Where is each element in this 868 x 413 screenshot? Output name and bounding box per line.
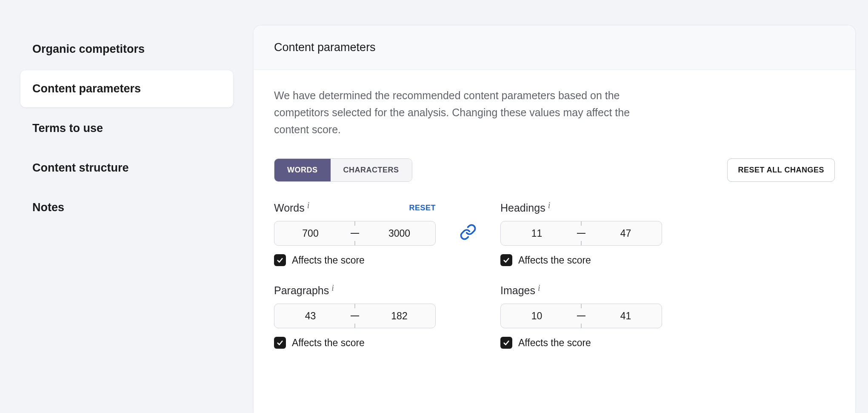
sidebar: Organic competitors Content parameters T… bbox=[0, 0, 254, 413]
words-range-input bbox=[274, 221, 436, 246]
params-toolbar: WORDS CHARACTERS RESET ALL CHANGES bbox=[274, 158, 835, 182]
unit-segmented-control: WORDS CHARACTERS bbox=[274, 158, 412, 182]
words-affects-checkbox[interactable] bbox=[274, 254, 286, 266]
params-row-2: Paragraphs i Affects the score bbox=[274, 283, 835, 349]
images-affects-label: Affects the score bbox=[518, 337, 591, 349]
reset-all-button[interactable]: RESET ALL CHANGES bbox=[727, 158, 835, 182]
range-divider bbox=[573, 304, 590, 328]
info-icon[interactable]: i bbox=[548, 201, 551, 210]
images-range-input bbox=[500, 304, 662, 328]
headings-affects-checkbox[interactable] bbox=[500, 254, 512, 266]
info-icon[interactable]: i bbox=[331, 283, 334, 293]
paragraphs-label: Paragraphs i bbox=[274, 284, 334, 297]
sidebar-item-terms-to-use[interactable]: Terms to use bbox=[20, 110, 233, 147]
paragraphs-affects-row: Affects the score bbox=[274, 337, 436, 349]
range-divider bbox=[346, 221, 363, 245]
paragraphs-affects-label: Affects the score bbox=[292, 337, 365, 349]
params-row-1: Words i RESET Affects the sco bbox=[274, 201, 835, 266]
images-affects-checkbox[interactable] bbox=[500, 337, 512, 349]
paragraphs-label-text: Paragraphs bbox=[274, 284, 329, 297]
sidebar-item-notes[interactable]: Notes bbox=[20, 189, 233, 226]
images-affects-row: Affects the score bbox=[500, 337, 662, 349]
panel-body: We have determined the recommended conte… bbox=[254, 70, 855, 383]
headings-affects-label: Affects the score bbox=[518, 255, 591, 266]
panel-description: We have determined the recommended conte… bbox=[274, 87, 657, 138]
param-words: Words i RESET Affects the sco bbox=[274, 201, 436, 266]
images-label: Images i bbox=[500, 284, 540, 297]
headings-affects-row: Affects the score bbox=[500, 254, 662, 266]
sidebar-item-content-structure[interactable]: Content structure bbox=[20, 149, 233, 186]
words-tab[interactable]: WORDS bbox=[274, 159, 331, 181]
info-icon[interactable]: i bbox=[307, 201, 310, 210]
images-label-text: Images bbox=[500, 284, 535, 297]
paragraphs-affects-checkbox[interactable] bbox=[274, 337, 286, 349]
range-divider bbox=[346, 304, 363, 328]
headings-range-input bbox=[500, 221, 662, 246]
headings-label-text: Headings bbox=[500, 202, 545, 214]
images-min-input[interactable] bbox=[501, 310, 573, 322]
words-label: Words i bbox=[274, 202, 309, 214]
images-max-input[interactable] bbox=[590, 310, 662, 322]
headings-min-input[interactable] bbox=[501, 228, 573, 239]
headings-max-input[interactable] bbox=[590, 228, 662, 239]
param-paragraphs: Paragraphs i Affects the score bbox=[274, 283, 436, 349]
info-icon[interactable]: i bbox=[538, 283, 540, 293]
characters-tab[interactable]: CHARACTERS bbox=[331, 159, 412, 181]
paragraphs-max-input[interactable] bbox=[363, 310, 435, 322]
words-affects-label: Affects the score bbox=[292, 255, 365, 266]
words-min-input[interactable] bbox=[274, 228, 346, 239]
link-icon[interactable] bbox=[460, 201, 477, 242]
param-images: Images i Affects the score bbox=[500, 283, 662, 349]
words-reset-link[interactable]: RESET bbox=[409, 204, 436, 212]
content-panel: Content parameters We have determined th… bbox=[254, 26, 855, 413]
words-affects-row: Affects the score bbox=[274, 254, 436, 266]
words-label-text: Words bbox=[274, 202, 305, 214]
range-divider bbox=[573, 221, 590, 245]
words-max-input[interactable] bbox=[363, 228, 435, 239]
paragraphs-range-input bbox=[274, 304, 436, 328]
sidebar-item-organic-competitors[interactable]: Organic competitors bbox=[20, 31, 233, 68]
sidebar-item-content-parameters[interactable]: Content parameters bbox=[20, 70, 233, 107]
paragraphs-min-input[interactable] bbox=[274, 310, 346, 322]
param-headings: Headings i Affects the score bbox=[500, 201, 662, 266]
headings-label: Headings i bbox=[500, 202, 550, 214]
panel-title: Content parameters bbox=[254, 26, 855, 70]
